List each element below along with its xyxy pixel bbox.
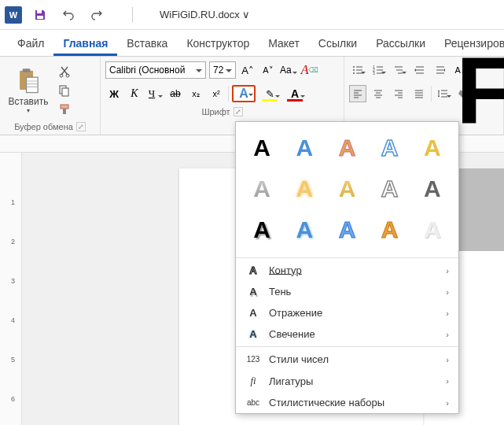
stylistic-sets-icon: abc [245,398,261,407]
menu-glow[interactable]: A Свечение › [236,323,458,345]
multilevel-button[interactable] [390,61,407,79]
text-effect-preset-3[interactable]: A [327,130,366,166]
chevron-right-icon: › [446,266,449,275]
chevron-right-icon: › [446,287,449,297]
text-effect-preset-12[interactable]: A [285,212,324,248]
svg-rect-9 [61,105,68,109]
svg-point-13 [353,72,355,74]
svg-rect-3 [23,68,31,72]
tab-home[interactable]: Главная [53,31,117,56]
text-effects-button[interactable]: A [232,85,256,102]
vertical-ruler[interactable]: 1 2 3 4 5 6 [0,153,22,425]
tab-file[interactable]: Файл [8,31,53,56]
text-effect-preset-7[interactable]: A [285,171,324,207]
svg-point-11 [353,66,355,68]
grow-font-button[interactable]: A˄ [239,61,256,79]
text-effect-preset-15[interactable]: A [413,212,452,248]
bullets-button[interactable] [349,61,366,79]
outline-icon: A [245,264,261,276]
text-effect-preset-8[interactable]: A [327,171,366,207]
app-word-icon: W [5,6,22,24]
tab-insert[interactable]: Вставка [117,31,177,56]
bold-button[interactable]: Ж [105,85,123,102]
menu-ligatures[interactable]: fi Лигатуры › [236,370,458,392]
svg-rect-1 [37,16,43,19]
superscript-button[interactable]: x² [208,85,225,102]
text-effect-preset-13[interactable]: A [327,212,366,248]
title-bar: W WiFiGiD.RU.docx ∨ [0,0,504,30]
svg-point-12 [353,69,355,71]
clear-formatting-button[interactable]: A⌫ [301,61,319,79]
menu-stylistic-sets[interactable]: abc Стилистические наборы › [236,392,458,413]
tab-design[interactable]: Конструктор [177,31,259,56]
redo-button[interactable] [86,5,107,25]
reflection-icon: A [245,307,261,319]
font-launcher[interactable]: ⤢ [234,107,243,116]
menu-outline-label: Контур [269,264,302,276]
menu-number-styles[interactable]: 123 Стили чисел › [236,349,458,370]
shrink-font-button[interactable]: A˅ [259,61,277,79]
tab-mailings[interactable]: Рассылки [366,31,435,56]
decrease-indent-button[interactable] [410,61,428,79]
chevron-right-icon: › [446,355,449,364]
menu-ligatures-label: Лигатуры [269,375,313,387]
chevron-right-icon: › [446,330,449,339]
chevron-right-icon: › [446,376,449,386]
menu-number-styles-label: Стили чисел [269,353,329,365]
text-effect-preset-1[interactable]: A [242,130,281,166]
align-left-button[interactable] [349,85,366,102]
tab-layout[interactable]: Макет [259,31,309,56]
group-clipboard: Вставить ▾ Буфер обмена ⤢ [0,57,101,135]
italic-button[interactable]: К [126,85,143,102]
line-spacing-button[interactable] [435,85,452,102]
svg-rect-0 [37,10,42,13]
underline-button[interactable]: Ч [146,85,164,102]
glow-icon: A [245,328,261,340]
subscript-button[interactable]: x₂ [187,85,204,102]
svg-rect-4 [27,77,39,92]
text-effects-gallery: A A A A A A A A A A A A A A A [236,122,458,256]
text-effect-preset-14[interactable]: A [370,212,410,248]
cut-button[interactable] [55,63,74,80]
chevron-right-icon: › [446,309,449,318]
highlight-button[interactable]: ✎ [259,85,281,102]
canvas-text-letter: F [456,35,504,144]
increase-indent-button[interactable] [431,61,448,79]
text-effect-preset-11[interactable]: A [242,212,281,248]
menu-reflection[interactable]: A Отражение › [236,302,458,323]
ligatures-icon: fi [245,375,261,387]
font-size-combo[interactable]: 72 [209,61,236,79]
text-effect-preset-4[interactable]: A [370,130,410,166]
qat-divider [132,7,133,23]
menu-glow-label: Свечение [269,328,315,340]
align-center-button[interactable] [370,85,387,102]
tab-references[interactable]: Ссылки [309,31,366,56]
menu-shadow[interactable]: A Тень › [236,281,458,302]
text-effect-preset-10[interactable]: A [413,171,452,207]
copy-button[interactable] [55,82,74,99]
justify-button[interactable] [410,85,428,102]
clipboard-launcher[interactable]: ⤢ [76,122,86,131]
text-effect-preset-6[interactable]: A [242,171,281,207]
strikethrough-button[interactable]: ab [167,85,184,102]
font-group-label: Шрифт [201,107,230,116]
save-button[interactable] [30,5,50,25]
font-name-combo[interactable]: Calibri (Основной [105,61,206,79]
text-effects-dropdown: A A A A A A A A A A A A A A A A Контур ›… [235,121,459,414]
text-effect-preset-5[interactable]: A [413,130,452,166]
align-right-button[interactable] [390,85,407,102]
numbering-button[interactable]: 123 [370,61,387,79]
change-case-button[interactable]: Aa [280,61,298,79]
format-painter-button[interactable] [55,101,74,118]
menu-stylistic-sets-label: Стилистические наборы [269,397,384,408]
svg-text:3: 3 [373,71,375,76]
font-color-button[interactable]: A [284,85,306,102]
text-effect-preset-2[interactable]: A [285,130,324,166]
ribbon-tabs: Файл Главная Вставка Конструктор Макет С… [0,30,504,57]
menu-outline[interactable]: A Контур › [236,260,458,281]
clipboard-group-label: Буфер обмена [14,122,73,131]
paste-button[interactable]: Вставить ▾ [5,58,52,120]
undo-button[interactable] [58,5,79,25]
text-effect-preset-9[interactable]: A [370,171,410,207]
document-title[interactable]: WiFiGiD.RU.docx ∨ [144,9,250,20]
